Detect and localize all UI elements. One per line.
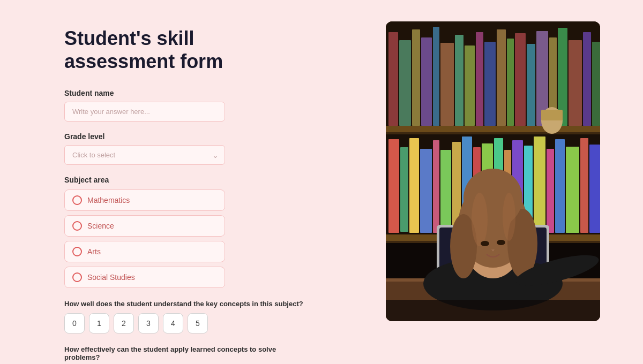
hero-image: Beautiful. free photos. xyxy=(386,21,600,321)
svg-rect-71 xyxy=(386,300,600,321)
svg-rect-28 xyxy=(400,147,408,232)
grade-level-select[interactable]: Click to select xyxy=(64,145,225,165)
radio-option-arts[interactable]: Arts xyxy=(64,241,225,262)
student-name-input[interactable] xyxy=(64,102,225,122)
radio-circle-social-studies xyxy=(72,272,82,282)
subject-area-group: Subject area Mathematics Science Arts So… xyxy=(64,176,354,288)
svg-rect-13 xyxy=(507,39,514,126)
svg-rect-43 xyxy=(555,139,565,233)
apply-concepts-label: How effectively can the student apply le… xyxy=(64,345,311,361)
svg-rect-2 xyxy=(388,32,398,126)
grade-level-label: Grade level xyxy=(64,132,354,141)
student-name-group: Student name xyxy=(64,89,354,122)
svg-rect-44 xyxy=(566,147,579,233)
svg-rect-7 xyxy=(440,43,454,126)
scale-key-0[interactable]: 0 xyxy=(64,313,85,333)
scale-key-3[interactable]: 3 xyxy=(138,313,159,333)
radio-option-social-studies[interactable]: Social Studies xyxy=(64,267,225,288)
svg-rect-20 xyxy=(583,32,591,126)
svg-rect-45 xyxy=(580,138,588,233)
svg-rect-30 xyxy=(420,149,432,233)
svg-rect-9 xyxy=(465,46,475,126)
svg-rect-21 xyxy=(592,42,600,126)
radio-option-science[interactable]: Science xyxy=(64,215,225,237)
svg-point-66 xyxy=(503,193,515,241)
svg-rect-25 xyxy=(541,110,563,120)
radio-option-mathematics[interactable]: Mathematics xyxy=(64,189,225,211)
svg-rect-46 xyxy=(589,145,600,233)
form-section: Student's skill assessment form Student … xyxy=(64,21,354,364)
radio-label-mathematics: Mathematics xyxy=(87,196,130,204)
svg-rect-3 xyxy=(399,40,411,126)
svg-rect-4 xyxy=(412,29,420,126)
radio-circle-science xyxy=(72,221,82,231)
subject-area-label: Subject area xyxy=(64,176,354,184)
radio-circle-mathematics xyxy=(72,195,82,205)
radio-label-arts: Arts xyxy=(87,247,101,256)
radio-label-science: Science xyxy=(87,222,114,230)
svg-rect-42 xyxy=(547,149,554,233)
student-name-label: Student name xyxy=(64,89,354,97)
grade-level-group: Grade level Click to select ⌄ xyxy=(64,132,354,165)
svg-point-67 xyxy=(481,241,489,246)
svg-rect-15 xyxy=(527,44,535,126)
svg-rect-29 xyxy=(409,138,419,233)
scale-key-4[interactable]: 4 xyxy=(163,313,183,333)
svg-rect-6 xyxy=(433,27,439,126)
subject-area-options: Mathematics Science Arts Social Studies xyxy=(64,189,225,288)
svg-rect-22 xyxy=(386,126,600,132)
svg-rect-19 xyxy=(569,40,582,126)
apply-concepts-question: How effectively can the student apply le… xyxy=(64,345,354,364)
svg-point-65 xyxy=(472,193,488,246)
svg-rect-27 xyxy=(388,139,399,233)
svg-rect-23 xyxy=(386,132,600,134)
svg-rect-8 xyxy=(455,35,463,126)
grade-level-select-wrapper: Click to select ⌄ xyxy=(64,145,225,165)
key-concepts-scale: 0 1 2 3 4 5 xyxy=(64,313,354,333)
svg-point-68 xyxy=(497,240,505,245)
svg-rect-5 xyxy=(421,37,432,126)
scale-key-2[interactable]: 2 xyxy=(114,313,134,333)
photo-container: Beautiful. free photos. xyxy=(386,21,600,321)
svg-rect-41 xyxy=(534,136,545,233)
svg-rect-31 xyxy=(433,140,439,233)
svg-rect-14 xyxy=(515,33,526,126)
radio-label-social-studies: Social Studies xyxy=(87,273,135,282)
svg-rect-10 xyxy=(476,32,483,126)
svg-rect-12 xyxy=(497,29,506,126)
radio-circle-arts xyxy=(72,247,82,256)
scale-key-5[interactable]: 5 xyxy=(188,313,208,333)
bookshelf-illustration: Beautiful. free photos. xyxy=(386,21,600,321)
page-title: Student's skill assessment form xyxy=(64,27,354,73)
main-container: Student's skill assessment form Student … xyxy=(0,0,643,364)
svg-rect-32 xyxy=(440,150,451,233)
key-concepts-label: How well does the student understand the… xyxy=(64,300,311,308)
svg-rect-11 xyxy=(484,42,496,126)
scale-key-1[interactable]: 1 xyxy=(89,313,109,333)
key-concepts-question: How well does the student understand the… xyxy=(64,300,354,333)
